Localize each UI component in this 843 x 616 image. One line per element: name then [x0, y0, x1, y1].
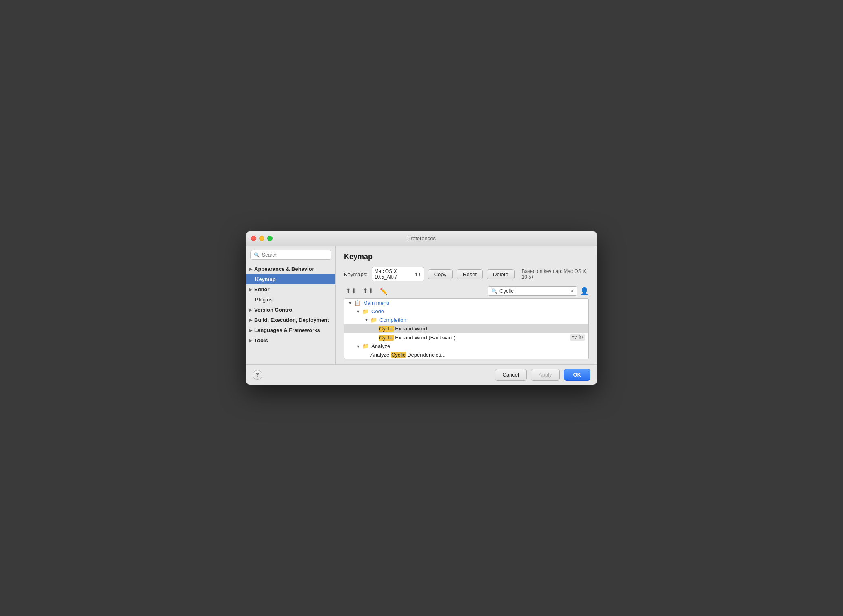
tree-item-label: Analyze: [371, 343, 390, 349]
arrow-down-icon: ▼: [356, 344, 361, 348]
tree-item-label: Cyclic Expand Word (Backward): [379, 335, 455, 341]
keymaps-label: Keymaps:: [344, 271, 368, 277]
sidebar-item-editor[interactable]: ▶ Editor: [246, 284, 335, 295]
filter-bar[interactable]: 🔍 ✕: [488, 286, 577, 296]
content-area: 🔍 ▶ Appearance & Behavior Keymap ▶ Edito…: [246, 246, 597, 364]
edit-icon[interactable]: ✏️: [378, 287, 389, 296]
user-icon[interactable]: 👤: [580, 287, 589, 296]
traffic-lights: [251, 236, 273, 241]
tree-row-completion[interactable]: ▼ 📁 Completion: [344, 316, 588, 324]
sidebar-item-label: Version Control: [254, 307, 294, 313]
page-title: Keymap: [344, 253, 589, 261]
arrow-down-icon: ▼: [364, 318, 369, 322]
sidebar-item-label: Build, Execution, Deployment: [254, 317, 329, 323]
delete-button[interactable]: Delete: [487, 269, 515, 279]
folder-icon: 📋: [354, 300, 361, 306]
clear-icon[interactable]: ✕: [570, 288, 575, 294]
sidebar-item-keymap[interactable]: Keymap: [246, 274, 335, 284]
folder-icon: 📁: [362, 308, 369, 315]
tree-row-analyze-cyclic-deps[interactable]: Analyze Cyclic Dependencies...: [344, 350, 588, 359]
reset-button[interactable]: Reset: [457, 269, 483, 279]
maximize-button[interactable]: [267, 236, 273, 241]
tree-row-main-menu[interactable]: ▼ 📋 Main menu: [344, 299, 588, 307]
sidebar: 🔍 ▶ Appearance & Behavior Keymap ▶ Edito…: [246, 246, 336, 364]
sidebar-item-build-execution[interactable]: ▶ Build, Execution, Deployment: [246, 315, 335, 325]
keymap-value: Mac OS X 10.5_Alt+/: [375, 268, 413, 280]
chevron-right-icon: ▶: [249, 328, 252, 332]
sidebar-item-label: Editor: [254, 286, 270, 292]
chevron-right-icon: ▶: [249, 288, 252, 292]
sidebar-item-label: Tools: [254, 337, 268, 343]
preferences-window: Preferences 🔍 ▶ Appearance & Behavior Ke…: [246, 231, 597, 385]
chevron-right-icon: ▶: [249, 308, 252, 312]
folder-icon: 📁: [362, 343, 369, 349]
tree-item-label: Completion: [379, 317, 406, 323]
search-input[interactable]: [262, 252, 328, 258]
chevron-right-icon: ▶: [249, 339, 252, 343]
folder-icon: 📁: [370, 317, 377, 323]
expand-all-icon[interactable]: ⬆⬇: [344, 286, 358, 296]
main-panel: Keymap Keymaps: Mac OS X 10.5_Alt+/ ⬆⬇ C…: [336, 246, 597, 364]
search-bar[interactable]: 🔍: [250, 250, 331, 260]
arrow-down-icon: ▼: [356, 310, 361, 314]
apply-button[interactable]: Apply: [531, 369, 560, 381]
keymap-select[interactable]: Mac OS X 10.5_Alt+/ ⬆⬇: [372, 267, 424, 281]
help-button[interactable]: ?: [253, 370, 262, 380]
tree-row-analyze[interactable]: ▼ 📁 Analyze: [344, 342, 588, 350]
chevron-down-icon: ⬆⬇: [415, 272, 421, 277]
tree-row-code[interactable]: ▼ 📁 Code: [344, 307, 588, 316]
highlight-cyclic: Cyclic: [391, 352, 406, 358]
sidebar-item-tools[interactable]: ▶ Tools: [246, 335, 335, 346]
sidebar-item-plugins[interactable]: Plugins: [246, 295, 335, 305]
tree-row-cyclic-expand-word-backward[interactable]: Cyclic Expand Word (Backward) ⌥⇧/: [344, 333, 588, 342]
sidebar-item-label: Languages & Frameworks: [254, 327, 320, 333]
chevron-right-icon: ▶: [249, 267, 252, 271]
search-icon: 🔍: [254, 252, 260, 258]
tree-row-cyclic-expand-word[interactable]: Cyclic Expand Word: [344, 324, 588, 333]
title-bar: Preferences: [246, 231, 597, 246]
copy-button[interactable]: Copy: [428, 269, 453, 279]
sidebar-item-label: Plugins: [255, 297, 273, 303]
bottom-buttons: Cancel Apply OK: [495, 369, 591, 381]
keymap-header: Keymaps: Mac OS X 10.5_Alt+/ ⬆⬇ Copy Res…: [344, 267, 589, 281]
filter-input[interactable]: [499, 288, 568, 294]
ok-button[interactable]: OK: [564, 369, 591, 381]
sidebar-item-label: Appearance & Behavior: [254, 266, 314, 272]
based-on-label: Based on keymap: Mac OS X 10.5+: [522, 268, 589, 280]
tree-panel[interactable]: ▼ 📋 Main menu ▼ 📁 Code ▼ 📁 Completion: [344, 298, 589, 359]
tree-item-label: Cyclic Expand Word: [379, 326, 427, 332]
shortcut-badge: ⌥⇧/: [570, 334, 585, 341]
window-title: Preferences: [407, 235, 436, 242]
sidebar-item-version-control[interactable]: ▶ Version Control: [246, 305, 335, 315]
sidebar-item-label: Keymap: [255, 276, 276, 282]
highlight-cyclic: Cyclic: [379, 326, 394, 332]
tree-item-label: Main menu: [363, 300, 389, 306]
tree-item-label: Analyze Cyclic Dependencies...: [370, 352, 446, 358]
toolbar-row: ⬆⬇ ⬆⬇ ✏️ 🔍 ✕ 👤: [344, 286, 589, 296]
collapse-all-icon[interactable]: ⬆⬇: [361, 286, 375, 296]
chevron-right-icon: ▶: [249, 318, 252, 322]
tree-item-label: Code: [371, 308, 384, 315]
sidebar-item-appearance-behavior[interactable]: ▶ Appearance & Behavior: [246, 264, 335, 274]
highlight-cyclic: Cyclic: [379, 335, 394, 341]
arrow-down-icon: ▼: [348, 301, 353, 305]
sidebar-item-languages-frameworks[interactable]: ▶ Languages & Frameworks: [246, 325, 335, 335]
toolbar-left: ⬆⬇ ⬆⬇ ✏️: [344, 286, 389, 296]
close-button[interactable]: [251, 236, 256, 241]
filter-search-icon: 🔍: [491, 288, 497, 294]
cancel-button[interactable]: Cancel: [495, 369, 527, 381]
minimize-button[interactable]: [259, 236, 264, 241]
bottom-bar: ? Cancel Apply OK: [246, 364, 597, 385]
